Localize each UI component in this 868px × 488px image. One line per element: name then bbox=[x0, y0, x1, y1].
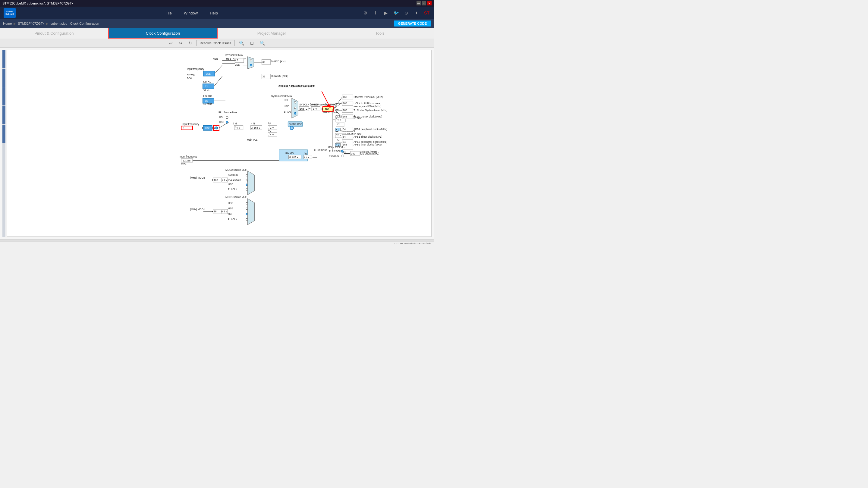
tab-project[interactable]: Project Manager bbox=[218, 28, 326, 38]
youtube-icon[interactable]: ▶ bbox=[382, 9, 390, 17]
svg-text:HSI: HSI bbox=[219, 116, 223, 119]
svg-text:APB2 peripheral clocks (MHz): APB2 peripheral clocks (MHz) bbox=[353, 140, 387, 143]
svg-text:⚙: ⚙ bbox=[291, 127, 293, 130]
svg-text:HSI: HSI bbox=[228, 213, 232, 216]
sidebar-tab-3[interactable] bbox=[2, 87, 5, 105]
svg-line-26 bbox=[215, 65, 222, 73]
breadcrumb-sep2: ▶ bbox=[46, 22, 49, 25]
svg-text:168: 168 bbox=[214, 178, 218, 182]
svg-text:HSE: HSE bbox=[213, 57, 218, 60]
svg-text:16 MHz: 16 MHz bbox=[204, 102, 212, 105]
sidebar-tab-4[interactable] bbox=[2, 106, 5, 124]
redo-icon[interactable]: ↪ bbox=[177, 40, 184, 46]
svg-text:MCO2 source Mux: MCO2 source Mux bbox=[225, 168, 247, 171]
generate-code-button[interactable]: GENERATE CODE bbox=[394, 21, 431, 27]
svg-text:Enable CSS: Enable CSS bbox=[288, 123, 302, 126]
main-content: RTC Clock Mux HSE HSE_RTO / 2 ∨ LSE 32 T… bbox=[0, 47, 434, 239]
svg-text:Input frequency: Input frequency bbox=[187, 67, 204, 70]
scrollbar[interactable] bbox=[0, 239, 434, 241]
svg-text:X 2: X 2 bbox=[336, 128, 340, 131]
svg-text:X 168 ∨: X 168 ∨ bbox=[251, 126, 260, 129]
svg-marker-190 bbox=[247, 171, 254, 195]
undo-icon[interactable]: ↩ bbox=[167, 40, 175, 46]
share-icon[interactable]: ✦ bbox=[413, 9, 420, 17]
minimize-button[interactable]: — bbox=[416, 1, 421, 5]
tab-pinout[interactable]: Pinout & Configuration bbox=[0, 28, 108, 38]
svg-text:HSI RC: HSI RC bbox=[204, 95, 212, 98]
breadcrumb-file[interactable]: cubemx.ioc - Clock Configuration bbox=[50, 22, 99, 25]
help-menu[interactable]: Help bbox=[210, 11, 218, 15]
svg-text:(MHz) MCO2: (MHz) MCO2 bbox=[190, 176, 205, 179]
zoom-out-icon[interactable]: 🔍 bbox=[258, 40, 267, 46]
svg-text:/ 4 ∨: / 4 ∨ bbox=[269, 133, 274, 136]
refresh-icon[interactable]: ↻ bbox=[187, 40, 194, 46]
svg-text:I2S clocks (MHz): I2S clocks (MHz) bbox=[360, 152, 379, 155]
svg-text:168: 168 bbox=[343, 96, 347, 98]
svg-text:168: 168 bbox=[343, 102, 347, 105]
svg-text:HSE: HSE bbox=[228, 201, 233, 204]
svg-text:12.288: 12.288 bbox=[183, 159, 191, 162]
sidebar-tab-5[interactable] bbox=[2, 125, 5, 143]
svg-text:PLLI2SCLK: PLLI2SCLK bbox=[314, 149, 327, 152]
resolve-clock-button[interactable]: Resolve Clock Issues bbox=[196, 40, 235, 46]
status-text: CSDN @我先去订杯游泳先 bbox=[395, 242, 431, 244]
app-title: STM32CubeMX cubemx.ioc*: STM32F407ZGTx bbox=[2, 1, 73, 5]
stm32-logo: STM32CubeMX bbox=[4, 8, 16, 18]
svg-text:HSE: HSE bbox=[205, 127, 211, 130]
svg-text:/ 4 ∨: / 4 ∨ bbox=[336, 118, 341, 121]
svg-text:16: 16 bbox=[214, 210, 217, 213]
st-icon[interactable]: ST bbox=[423, 9, 430, 17]
svg-text:APB1 Timer clocks (MHz): APB1 Timer clocks (MHz) bbox=[353, 135, 382, 138]
svg-text:To RTC (KHz): To RTC (KHz) bbox=[271, 60, 287, 63]
community-icon[interactable]: ⑩ bbox=[362, 9, 369, 17]
svg-text:HSE: HSE bbox=[219, 121, 224, 124]
svg-text:/ 2 ∨: / 2 ∨ bbox=[304, 156, 310, 158]
svg-text:LSE: LSE bbox=[235, 63, 240, 66]
svg-text:84: 84 bbox=[337, 139, 340, 142]
svg-text:168: 168 bbox=[343, 115, 347, 118]
close-button[interactable]: ✕ bbox=[427, 1, 432, 5]
github-icon[interactable]: ⊙ bbox=[403, 9, 410, 17]
svg-text:/ 2: / 2 bbox=[235, 59, 238, 62]
svg-text:PLLI2SCLK: PLLI2SCLK bbox=[228, 178, 241, 181]
twitter-icon[interactable]: 🐦 bbox=[393, 9, 400, 17]
maximize-button[interactable]: ▭ bbox=[422, 1, 426, 5]
svg-marker-191 bbox=[247, 198, 254, 225]
svg-text:HSI: HSI bbox=[284, 98, 288, 101]
svg-text:HSE: HSE bbox=[284, 105, 289, 108]
zoom-in-icon[interactable]: 🔍 bbox=[237, 40, 246, 46]
sidebar-tab-1[interactable] bbox=[2, 50, 5, 68]
fit-icon[interactable]: ⊡ bbox=[248, 40, 255, 46]
svg-text:APB1 peripheral clocks (MHz): APB1 peripheral clocks (MHz) bbox=[353, 128, 387, 131]
svg-text:* N: * N bbox=[288, 152, 291, 155]
svg-text:MCO1 source Mux: MCO1 source Mux bbox=[225, 195, 247, 198]
sidebar-tab-2[interactable] bbox=[2, 69, 5, 87]
file-menu[interactable]: File bbox=[165, 11, 172, 15]
facebook-icon[interactable]: f bbox=[372, 9, 379, 17]
svg-text:System Clock Mux: System Clock Mux bbox=[271, 95, 292, 98]
svg-text:168: 168 bbox=[343, 109, 347, 112]
svg-text:Ethernet PTP clock (MHz): Ethernet PTP clock (MHz) bbox=[353, 96, 383, 98]
svg-text:/ P: / P bbox=[268, 122, 271, 125]
clock-diagram: RTC Clock Mux HSE HSE_RTO / 2 ∨ LSE 32 T… bbox=[7, 50, 432, 237]
svg-text:/ 4 ∨: / 4 ∨ bbox=[235, 126, 240, 129]
svg-text:LSI RC: LSI RC bbox=[204, 80, 212, 83]
svg-text:/ Q: / Q bbox=[268, 129, 272, 132]
svg-text:42: 42 bbox=[337, 123, 340, 126]
breadcrumb-home[interactable]: Home bbox=[3, 22, 12, 25]
window-menu[interactable]: Window bbox=[184, 11, 198, 15]
svg-text:MHz: MHz bbox=[181, 162, 186, 165]
svg-text:/ 1 ∨: / 1 ∨ bbox=[222, 178, 227, 182]
svg-text:* N: * N bbox=[251, 122, 255, 125]
svg-text:32 KHz: 32 KHz bbox=[204, 89, 212, 92]
svg-text:KHz: KHz bbox=[187, 76, 192, 79]
tab-clock[interactable]: Clock Configuration bbox=[108, 28, 218, 38]
svg-text:/ 1 ∨: / 1 ∨ bbox=[222, 210, 227, 213]
tab-tools[interactable]: Tools bbox=[326, 28, 434, 38]
svg-point-147 bbox=[341, 155, 343, 157]
breadcrumb-device[interactable]: STM32F407ZGTx bbox=[18, 22, 44, 25]
svg-point-11 bbox=[250, 59, 252, 61]
svg-text:PLLI2SCLK: PLLI2SCLK bbox=[329, 150, 342, 153]
svg-point-43 bbox=[294, 107, 296, 108]
svg-text:X 192 ∨: X 192 ∨ bbox=[289, 156, 299, 158]
